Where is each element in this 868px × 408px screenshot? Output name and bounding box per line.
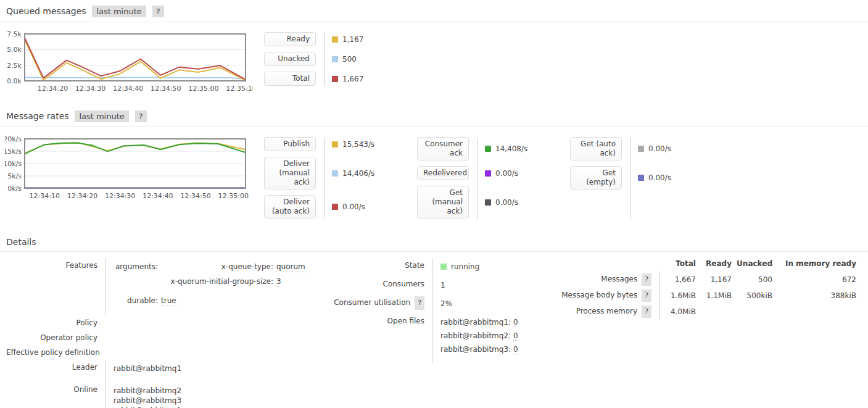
arg-key-x-quorum-initial-group-size: x-quorum-initial-group-size: [161,277,273,287]
consumer-utilisation-text: Consumer utilisation [334,298,410,307]
legend-row-deliver-manual: Deliver (manual ack) 14,406/s [264,157,406,189]
effective-policy-definition-label: Effective policy definition [6,345,105,360]
process-memory-unacked [733,304,774,320]
deliver-manual-value: 14,406/s [342,169,374,178]
details-state-table: State running Consumers 1 Consumer utili… [321,258,561,363]
series-toggle-get-manual-ack[interactable]: Get (manual ack) [417,186,469,219]
help-icon[interactable]: ? [135,110,147,122]
get-manual-color-swatch [485,199,491,206]
legend-divider [477,138,478,219]
series-toggle-publish[interactable]: Publish [264,137,316,151]
open-files-count: 0 [513,318,518,327]
process-memory-ready [697,304,733,320]
help-icon[interactable]: ? [642,273,651,286]
series-toggle-deliver-auto-ack[interactable]: Deliver (auto ack) [264,195,316,219]
legend-row-get-auto: Get (auto ack) 0.00/s [570,137,712,160]
body-bytes-total: 1.6MiB [659,288,697,304]
message-rates-chart: 0k/s5k/s10k/s15k/s20k/s12:34:1012:34:201… [5,135,253,205]
message-body-bytes-label-text: Message body bytes [561,291,637,299]
series-toggle-get-auto-ack[interactable]: Get (auto ack) [570,137,622,160]
leader-label: Leader [6,360,105,382]
online-node: rabbit@rabbitmq1 [114,406,321,408]
get-auto-value: 0.00/s [648,144,671,153]
consumer-ack-color-swatch [485,146,491,152]
queued-messages-header: Queued messages last minute ? [0,0,868,22]
svg-text:12:34:10: 12:34:10 [30,192,60,200]
rates-legend-group-2: Consumer ack 14,408/s Redelivered 0.00/s… [417,135,559,224]
details-header: Details [0,231,868,252]
process-memory-in-memory-ready [774,304,858,320]
queued-messages-section: Queued messages last minute ? 0.0k2.5k5.… [0,0,868,105]
svg-text:12:34:50: 12:34:50 [151,85,181,93]
operator-policy-label: Operator policy [6,330,105,345]
operator-policy-value [105,330,321,345]
legend-row-get-empty: Get (empty) 0.00/s [570,166,712,189]
get-empty-color-swatch [638,175,644,181]
svg-text:15k/s: 15k/s [5,148,22,156]
process-memory-label-text: Process memory [576,307,637,315]
messages-total: 1,667 [659,272,697,288]
body-bytes-in-memory-ready: 388kiB [774,288,858,304]
state-running-indicator [440,264,447,270]
stats-col-in-memory-ready: In memory ready [774,258,858,272]
range-selector-tab[interactable]: last minute [92,6,146,17]
legend-row-deliver-auto: Deliver (auto ack) 0.00/s [264,195,406,219]
legend-row-unacked: Unacked 500 [264,52,406,66]
svg-text:2.5k: 2.5k [7,62,22,70]
series-toggle-redelivered[interactable]: Redelivered [417,166,469,180]
series-toggle-total[interactable]: Total [264,72,316,86]
redelivered-color-swatch [485,170,491,177]
svg-text:0.0k: 0.0k [7,77,22,85]
range-selector-tab[interactable]: last minute [75,110,128,122]
stats-corner [561,258,659,272]
series-toggle-get-empty[interactable]: Get (empty) [570,166,622,189]
message-body-bytes-row-label: Message body bytes? [561,288,659,304]
arg-value-x-quorum-initial-group-size: 3 [276,277,281,287]
svg-text:10k/s: 10k/s [5,160,22,168]
state-label: State [321,258,432,277]
stats-col-ready: Ready [697,258,733,272]
section-title: Details [6,237,36,247]
leader-node: rabbit@rabbitmq1 [114,364,321,377]
online-value: rabbit@rabbitmq2 rabbit@rabbitmq3 rabbit… [105,382,321,408]
svg-text:5k/s: 5k/s [7,172,22,180]
messages-unacked: 500 [733,272,774,288]
help-icon[interactable]: ? [642,289,651,302]
help-icon[interactable]: ? [415,296,424,310]
consumers-value: 1 [432,277,561,295]
body-bytes-ready: 1.1MiB [697,288,733,304]
message-rates-header: Message rates last minute ? [0,105,868,127]
consumer-utilisation-value: 2% [432,295,561,314]
message-rates-section: Message rates last minute ? 0k/s5k/s10k/… [0,105,868,231]
svg-text:7.5k: 7.5k [7,30,22,38]
series-toggle-consumer-ack[interactable]: Consumer ack [417,137,469,160]
svg-text:20k/s: 20k/s [5,135,22,143]
ready-color-swatch [332,36,338,43]
unacked-value: 500 [342,55,357,64]
deliver-auto-value: 0.00/s [342,202,365,211]
unacked-color-swatch [332,56,338,62]
arg-key-x-queue-type: x-queue-type: [161,262,273,272]
get-empty-value: 0.00/s [648,173,671,182]
series-toggle-ready[interactable]: Ready [264,32,316,46]
total-color-swatch [332,76,338,82]
state-text: running [451,262,479,271]
legend-divider [324,138,325,219]
help-icon[interactable]: ? [152,6,164,17]
process-memory-total: 4.0MiB [659,304,697,320]
svg-text:5.0k: 5.0k [7,46,22,54]
ready-value: 1,167 [342,35,363,44]
legend-row-get-manual: Get (manual ack) 0.00/s [417,186,559,219]
details-stats-table: Total Ready Unacked In memory ready Mess… [561,258,858,320]
svg-text:0k/s: 0k/s [7,185,22,193]
legend-row-ready: Ready 1,167 [264,32,406,46]
series-toggle-unacked[interactable]: Unacked [264,52,316,66]
help-icon[interactable]: ? [642,306,651,318]
features-label: Features [6,258,105,315]
series-toggle-deliver-manual-ack[interactable]: Deliver (manual ack) [264,157,316,189]
online-node: rabbit@rabbitmq3 [114,396,321,406]
open-files-node: rabbit@rabbitmq3: [440,345,511,354]
open-files-node: rabbit@rabbitmq1: [440,318,511,327]
consumer-ack-value: 14,408/s [495,144,527,153]
legend-row-publish: Publish 15,543/s [264,137,406,151]
